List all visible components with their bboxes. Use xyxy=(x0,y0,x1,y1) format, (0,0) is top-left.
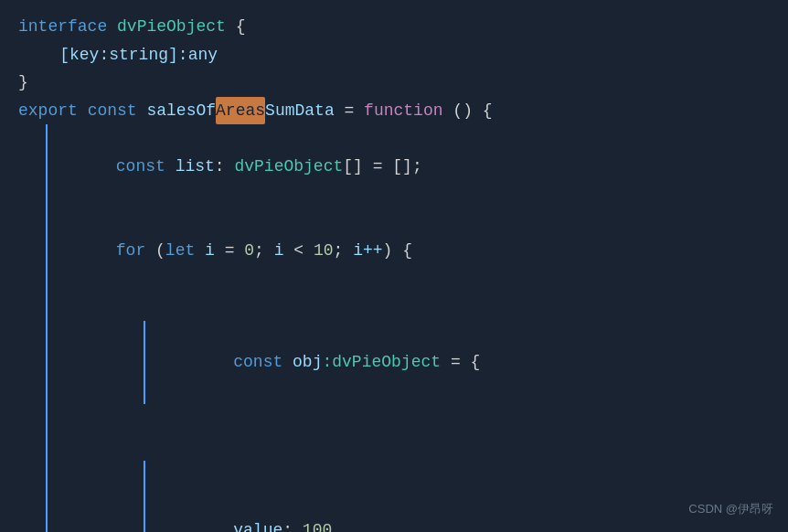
array-bracket: [] xyxy=(343,157,363,176)
var-areas-highlight: Areas xyxy=(216,97,265,125)
code-line-1: interface dvPieObject { xyxy=(18,13,770,41)
var-iplus: i++ xyxy=(353,241,382,260)
var-i: i xyxy=(205,241,215,260)
var-salesof: salesOf xyxy=(146,97,216,125)
punct: { xyxy=(226,13,246,41)
code-line-4: export const salesOfAreasSumData = funct… xyxy=(18,97,770,125)
watermark: CSDN @伊昂呀 xyxy=(688,499,773,519)
num-100: 100 xyxy=(303,521,332,532)
code-editor: interface dvPieObject { [key:string]:any… xyxy=(0,0,788,532)
closing-brace: } xyxy=(18,69,28,97)
lt: < xyxy=(284,241,314,260)
num-0: 0 xyxy=(244,241,254,260)
colon: : xyxy=(215,157,235,176)
semi1: ; xyxy=(254,241,274,260)
assign: = xyxy=(215,241,244,260)
code-line-7: const obj:dvPieObject = { xyxy=(18,293,770,432)
keyword-interface: interface xyxy=(18,13,117,41)
type-dvpieobject: dvPieObject xyxy=(117,13,226,41)
for-close: ) { xyxy=(383,241,412,260)
num-10: 10 xyxy=(314,241,334,260)
equals2: = xyxy=(363,157,392,176)
keyword-const3: const xyxy=(233,353,293,371)
var-list: list xyxy=(176,157,215,176)
semi2: ; xyxy=(334,241,354,260)
type-dvpieobject3: :dvPieObject xyxy=(322,353,441,371)
type-dvpieobject2: dvPieObject xyxy=(234,157,343,176)
keyword-export: export xyxy=(18,97,88,125)
keyword-const2: const xyxy=(116,157,176,176)
code-line-5: const list: dvPieObject[] = []; xyxy=(18,124,770,208)
var-obj: obj xyxy=(293,353,322,371)
prop-value: value xyxy=(233,521,282,532)
obj-open: = { xyxy=(441,353,480,371)
equals: = xyxy=(335,97,364,125)
keyword-for: for xyxy=(116,241,145,260)
comma1: , xyxy=(332,521,342,532)
keyword-const: const xyxy=(88,97,147,125)
for-open: ( xyxy=(145,241,165,260)
keyword-let: let xyxy=(165,241,205,260)
code-line-2: [key:string]:any xyxy=(18,41,770,69)
empty-array: []; xyxy=(392,157,421,176)
keyword-function: function xyxy=(364,97,442,125)
code-line-6: for (let i = 0; i < 10; i++) { xyxy=(18,208,770,293)
var-sumdata: SumData xyxy=(265,97,335,125)
var-i2: i xyxy=(274,241,284,260)
params: () { xyxy=(443,97,493,125)
code-line-8: value: 100, xyxy=(18,432,770,532)
code-line-3: } xyxy=(18,69,770,97)
colon2: : xyxy=(282,521,303,532)
prop-key: [key:string]:any xyxy=(20,41,218,69)
